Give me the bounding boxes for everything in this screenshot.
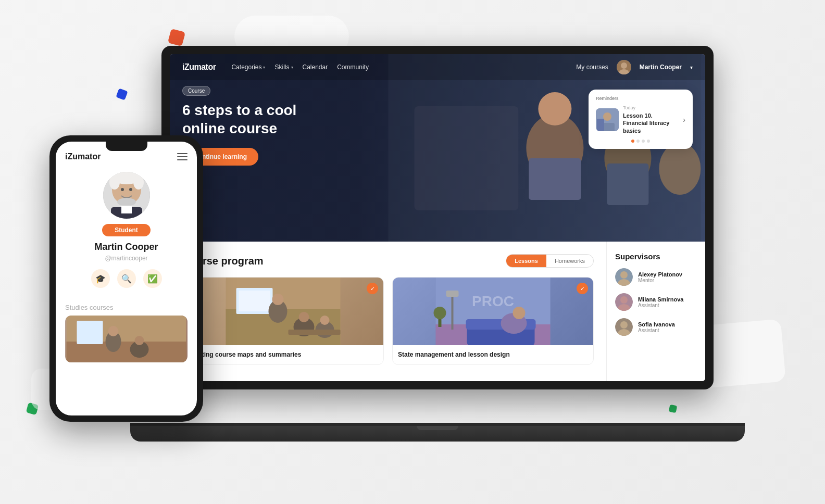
course-card-2-img: PROC [393, 278, 593, 345]
reminder-arrow[interactable]: › [683, 116, 685, 124]
reminder-dot-1[interactable] [631, 140, 634, 143]
reminder-dots [596, 140, 685, 143]
supervisor-role-2: Assistant [638, 303, 683, 308]
course-card-1-body: Creating course maps and summaries [183, 345, 383, 364]
user-chevron[interactable]: ▾ [690, 65, 693, 70]
hero-content: Course 6 steps to a cool online course C… [182, 85, 328, 166]
svg-rect-37 [446, 291, 459, 297]
phone-name: Martin Cooper [94, 242, 158, 253]
cards-row: ✓ Creating course maps and summaries [182, 277, 594, 365]
course-card-1-title: Creating course maps and summaries [188, 350, 378, 359]
nav-calendar-label: Calendar [303, 64, 328, 71]
course-card-1-img: ✓ [183, 278, 383, 345]
svg-rect-60 [67, 342, 186, 362]
course-card-2-body: State management and lesson design [393, 345, 593, 364]
reminder-dot-3[interactable] [642, 140, 645, 143]
phone-icon-graduation[interactable]: 🎓 [91, 269, 110, 288]
reminder-inner: Today Lesson 10. Financial literacy basi… [596, 105, 685, 134]
laptop-screen-outer: iZumator Categories ▾ Skills ▾ C [161, 46, 714, 389]
menu-line-3 [177, 159, 188, 160]
nav-categories-label: Categories [231, 64, 261, 71]
svg-point-53 [133, 175, 144, 190]
reminder-dot-2[interactable] [636, 140, 640, 143]
site-header: iZumator Categories ▾ Skills ▾ C [170, 54, 705, 80]
phone-student-badge: Student [102, 224, 151, 236]
phone-icon-check[interactable]: ✅ [143, 269, 162, 288]
svg-point-35 [513, 307, 526, 319]
reminder-date: Today [623, 105, 679, 110]
laptop-screen: iZumator Categories ▾ Skills ▾ C [170, 54, 705, 381]
svg-rect-20 [239, 291, 270, 311]
main-content: Course program Lessons Homeworks [170, 242, 606, 381]
supervisors-sidebar: Supervisors Alexey Pl [606, 242, 705, 381]
nav-community[interactable]: Community [337, 64, 369, 71]
supervisor-name-3: Sofia Ivanova [638, 321, 675, 327]
reminder-thumbnail [596, 108, 619, 131]
svg-rect-6 [607, 163, 649, 205]
nav-skills[interactable]: Skills ▾ [274, 64, 293, 71]
hero-title: 6 steps to a cool online course [182, 101, 328, 137]
svg-point-63 [108, 326, 119, 336]
nav-community-label: Community [337, 64, 369, 71]
svg-point-65 [135, 336, 144, 345]
svg-text:PROC: PROC [472, 293, 514, 309]
supervisor-item-2: Milana Smirnova Assistant [615, 293, 697, 311]
check-badge-2: ✓ [577, 283, 588, 294]
supervisor-avatar-2 [615, 293, 633, 311]
reminder-text: Today Lesson 10. Financial literacy basi… [623, 105, 679, 134]
nav-categories[interactable]: Categories ▾ [231, 64, 265, 71]
svg-point-26 [320, 316, 330, 325]
svg-point-54 [121, 188, 124, 191]
svg-point-2 [539, 92, 572, 125]
phone-username: @martincooper [105, 255, 147, 262]
course-badge: Course [182, 86, 210, 96]
site-nav: Categories ▾ Skills ▾ Calendar [231, 64, 576, 71]
laptop-base [130, 426, 745, 442]
course-card-1: ✓ Creating course maps and summaries [182, 277, 384, 365]
nav-calendar[interactable]: Calendar [303, 64, 328, 71]
phone-menu-icon[interactable] [177, 153, 188, 160]
menu-line-1 [177, 153, 188, 154]
svg-rect-9 [415, 106, 519, 210]
tabs: Lessons Homeworks [506, 254, 594, 268]
header-right: My courses Martin Cooper ▾ [576, 60, 693, 74]
supervisor-item-3: Sofia Ivanova Assistant [615, 318, 697, 336]
course-card-2-title: State management and lesson design [398, 350, 588, 359]
phone-section-label: Studies courses [56, 298, 197, 316]
phone-avatar [103, 172, 150, 219]
reminder-dot-4[interactable] [647, 140, 650, 143]
supervisors-title: Supervisors [615, 252, 697, 261]
svg-rect-58 [121, 206, 132, 213]
supervisor-name-1: Alexey Platonov [638, 271, 682, 278]
my-courses-link[interactable]: My courses [576, 64, 608, 71]
supervisor-item-1: Alexey Platonov Mentor [615, 268, 697, 286]
supervisor-info-1: Alexey Platonov Mentor [638, 271, 682, 283]
phone: iZumator [49, 135, 203, 422]
svg-point-24 [299, 312, 309, 322]
svg-rect-3 [529, 158, 581, 200]
supervisor-name-2: Milana Smirnova [638, 296, 683, 303]
hero-section: iZumator Categories ▾ Skills ▾ C [170, 54, 705, 242]
user-avatar-header [617, 60, 631, 74]
supervisor-avatar-3 [615, 318, 633, 336]
section-header: Course program Lessons Homeworks [182, 254, 594, 268]
svg-point-55 [129, 188, 132, 191]
reminder-title: Lesson 10. Financial literacy basics [623, 112, 679, 134]
svg-point-11 [621, 62, 627, 69]
nav-skills-chevron: ▾ [291, 65, 293, 70]
svg-point-7 [659, 143, 701, 195]
phone-notch [106, 142, 147, 151]
svg-rect-27 [289, 330, 341, 335]
phone-icon-search[interactable]: 🔍 [117, 269, 136, 288]
supervisor-info-2: Milana Smirnova Assistant [638, 296, 683, 308]
site-logo: iZumator [182, 62, 216, 72]
tab-homeworks[interactable]: Homeworks [546, 255, 593, 267]
user-name-header: Martin Cooper [640, 64, 682, 71]
supervisor-avatar-1 [615, 268, 633, 286]
phone-screen: iZumator [56, 142, 197, 415]
check-badge-1: ✓ [367, 283, 378, 294]
course-card-2: PROC [392, 277, 594, 365]
svg-point-14 [603, 112, 611, 121]
tab-lessons[interactable]: Lessons [506, 255, 546, 267]
phone-course-thumb[interactable] [65, 316, 188, 362]
